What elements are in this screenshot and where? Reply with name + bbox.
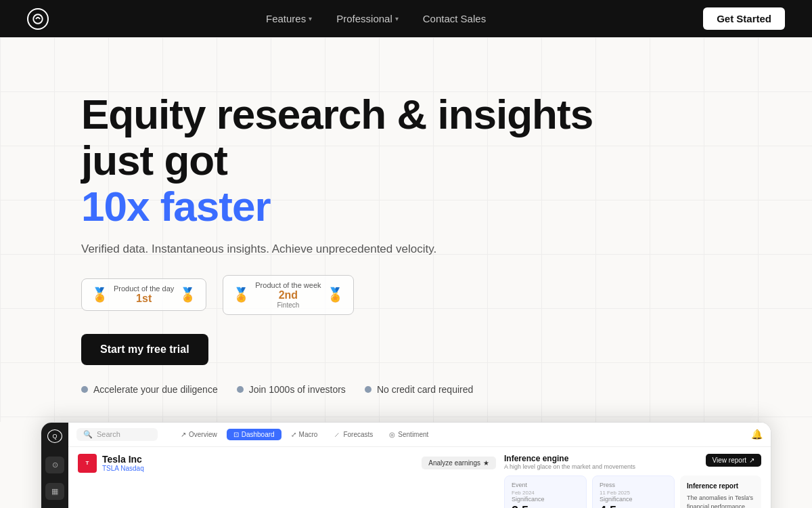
trust-item-investors: Join 1000s of investors — [237, 384, 346, 395]
laurel-left-icon: 🏅 — [233, 287, 250, 303]
overview-icon: ↗ — [181, 431, 186, 438]
external-link-icon: ↗ — [749, 457, 754, 464]
badge-product-day: 🏅 Product of the day 1st 🏅 — [81, 278, 206, 311]
get-started-button[interactable]: Get Started — [703, 7, 785, 30]
chart-icon: ▦ — [45, 483, 64, 500]
press-label: Press — [600, 482, 667, 488]
report-text: The anomalies in Tesla's financial perfo… — [687, 494, 754, 508]
trust-dot-icon — [81, 386, 88, 393]
laurel-left-icon: 🏅 — [91, 287, 108, 303]
analyze-earnings-button[interactable]: Analyze earnings ★ — [422, 457, 496, 469]
svg-point-0 — [33, 14, 43, 24]
badge-product-week: 🏅 Product of the week 2nd Fintech 🏅 — [223, 275, 353, 315]
company-header: T Tesla Inc TSLA Nasdaq Analyze earnings… — [78, 454, 496, 473]
navbar: Features ▾ Professional ▾ Contact Sales … — [0, 0, 812, 37]
app-preview: Q ⊙ ▦ ⊞ ≡ 🔍 Search ↗ Overview — [41, 422, 771, 508]
trust-dot-icon — [237, 386, 244, 393]
logo[interactable] — [27, 8, 49, 30]
app-content: T Tesla Inc TSLA Nasdaq Analyze earnings… — [68, 447, 771, 508]
event-date: Feb 2024 — [512, 490, 579, 496]
hero-content: Equity research & insights just got 10x … — [81, 91, 595, 395]
inference-subtitle: A high level glace on the market and mov… — [504, 463, 635, 470]
laurel-right-icon: 🏅 — [179, 287, 196, 303]
hero-title: Equity research & insights just got 10x … — [81, 91, 595, 230]
app-sidebar: Q ⊙ ▦ ⊞ ≡ — [41, 423, 68, 508]
data-card-press: Press 11 Feb 2025 Significance 4.5 — [592, 475, 675, 508]
inference-report: Inference report The anomalies in Tesla'… — [680, 475, 761, 508]
hero-subtitle: Verified data. Instantaneous insights. A… — [81, 242, 595, 256]
tab-macro[interactable]: ⤢ Macro — [284, 429, 325, 440]
data-card-event: Event Feb 2024 Significance 2.5 — [504, 475, 587, 508]
press-value: 4.5 — [600, 504, 667, 508]
trust-item-no-cc: No credit card required — [365, 384, 473, 395]
tab-sentiment[interactable]: ◎ Sentiment — [382, 429, 435, 440]
logo-icon — [27, 8, 49, 30]
free-trial-button[interactable]: Start my free trial — [81, 334, 208, 365]
significance-label-2: Significance — [600, 496, 667, 503]
app-left-panel: T Tesla Inc TSLA Nasdaq Analyze earnings… — [78, 454, 496, 508]
nav-features[interactable]: Features ▾ — [266, 13, 312, 24]
trust-row: Accelerate your due diligence Join 1000s… — [81, 384, 595, 395]
nav-contact-sales[interactable]: Contact Sales — [423, 13, 486, 24]
notification-bell-icon[interactable]: 🔔 — [751, 429, 763, 440]
data-cards-row: Event Feb 2024 Significance 2.5 Press 11… — [504, 475, 761, 508]
company-name: Tesla Inc — [102, 454, 144, 465]
star-icon: ★ — [483, 459, 489, 467]
macro-icon: ⤢ — [291, 431, 296, 438]
nav-professional[interactable]: Professional ▾ — [336, 13, 399, 24]
dashboard-icon: ⊡ — [233, 431, 239, 438]
chevron-down-icon: ▾ — [309, 15, 312, 22]
press-date: 11 Feb 2025 — [600, 490, 667, 496]
significance-label: Significance — [512, 496, 579, 503]
trust-item-diligence: Accelerate your due diligence — [81, 384, 218, 395]
trust-dot-icon — [365, 386, 371, 393]
forecasts-icon: ⟋ — [334, 431, 340, 438]
tab-forecasts[interactable]: ⟋ Forecasts — [327, 429, 380, 440]
search-icon: 🔍 — [83, 430, 93, 439]
tab-overview[interactable]: ↗ Overview — [174, 429, 224, 440]
tsla-logo: T — [78, 454, 97, 473]
app-logo-icon: Q — [47, 429, 62, 443]
nav-links: Features ▾ Professional ▾ Contact Sales — [266, 13, 486, 24]
app-tabs: ↗ Overview ⊡ Dashboard ⤢ Macro ⟋ Forecas… — [174, 429, 435, 440]
report-title: Inference report — [687, 481, 754, 491]
company-ticker: TSLA Nasdaq — [102, 465, 144, 472]
chevron-down-icon: ▾ — [395, 15, 399, 22]
inference-title: Inference engine — [504, 454, 635, 463]
inference-header: Inference engine A high level glace on t… — [504, 454, 761, 470]
event-value: 2.5 — [512, 504, 579, 508]
event-label: Event — [512, 482, 579, 488]
app-main: 🔍 Search ↗ Overview ⊡ Dashboard ⤢ Macro — [68, 423, 771, 508]
laurel-right-icon: 🏅 — [327, 287, 344, 303]
app-right-panel: Inference engine A high level glace on t… — [504, 454, 761, 508]
badges-row: 🏅 Product of the day 1st 🏅 🏅 Product of … — [81, 275, 595, 315]
sentiment-icon: ◎ — [389, 431, 395, 438]
research-icon: ⊙ — [45, 457, 64, 473]
app-topbar: 🔍 Search ↗ Overview ⊡ Dashboard ⤢ Macro — [68, 423, 771, 447]
view-report-button[interactable]: View report ↗ — [706, 454, 761, 467]
app-search-bar[interactable]: 🔍 Search — [76, 428, 158, 441]
tab-dashboard[interactable]: ⊡ Dashboard — [227, 429, 281, 440]
hero-section: Equity research & insights just got 10x … — [0, 37, 812, 422]
